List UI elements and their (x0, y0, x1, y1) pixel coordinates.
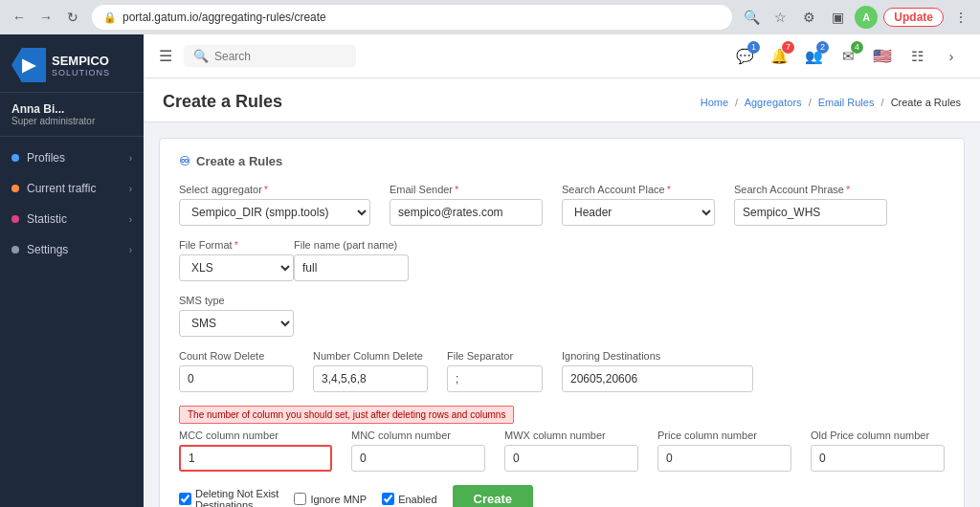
flag-icon-btn[interactable]: 🇺🇸 (869, 43, 896, 70)
sidebar-user-name: Anna Bi... (11, 102, 132, 116)
topbar-more-btn[interactable]: › (938, 43, 965, 70)
account-phrase-input[interactable] (734, 199, 887, 226)
logo-sub: SOLUTIONS (52, 68, 110, 77)
extensions-btn[interactable]: ⚙ (797, 6, 820, 29)
aggregator-label: Select aggregator* (179, 184, 370, 195)
account-phrase-label: Search Account Phrase* (734, 184, 887, 195)
form-group-account-phrase: Search Account Phrase* (734, 184, 887, 226)
sidebar-item-profiles[interactable]: Profiles › (0, 143, 144, 173)
enabled-label[interactable]: Enabled (382, 493, 436, 505)
forward-button[interactable]: → (34, 6, 57, 29)
form-row-5: MCC column number MNC column number MWX … (179, 430, 945, 472)
account-place-select[interactable]: Header (562, 199, 715, 226)
form-row-4: Count Row Delete Number Column Delete Fi… (179, 350, 945, 392)
breadcrumb-current: Create a Rules (891, 97, 961, 108)
browser-actions: 🔍 ☆ ⚙ ▣ A Update ⋮ (740, 6, 972, 29)
notify-icon-btn[interactable]: ✉ 4 (835, 43, 861, 70)
address-bar[interactable]: 🔒 portal.gatum.io/aggregating-rules/crea… (92, 5, 732, 30)
deleting-not-exist-label[interactable]: Deleting Not Exist Destinations (179, 488, 278, 508)
back-button[interactable]: ← (8, 6, 31, 29)
deleting-not-exist-checkbox[interactable] (179, 493, 191, 505)
form-row-2: File Format* XLS File name (part name) (179, 239, 945, 281)
main-content: Create a Rules Home / Aggregators / Emai… (144, 78, 980, 507)
users-icon-btn[interactable]: 👥 2 (800, 43, 827, 70)
right-side: ☰ 🔍 💬 1 🔔 7 👥 2 ✉ (144, 34, 980, 507)
topbar: ☰ 🔍 💬 1 🔔 7 👥 2 ✉ (144, 34, 980, 78)
create-button[interactable]: Create (453, 485, 533, 507)
form-row-3: SMS type SMS (179, 295, 945, 337)
search-browser-btn[interactable]: 🔍 (740, 6, 763, 29)
checkbox-row: Deleting Not Exist Destinations Ignore M… (179, 485, 945, 507)
form-group-file-name: File name (part name) (294, 239, 409, 281)
grid-icon-btn[interactable]: ☷ (903, 43, 930, 70)
form-group-account-place: Search Account Place* Header (562, 184, 715, 226)
user-avatar[interactable]: A (855, 6, 878, 29)
error-hint: The number of column you should set, jus… (179, 406, 945, 430)
email-input[interactable] (390, 199, 543, 226)
sidebar-item-label: Settings (27, 243, 68, 256)
sidebar-item-current-traffic[interactable]: Current traffic › (0, 173, 144, 204)
sms-type-select[interactable]: SMS (179, 310, 294, 337)
mcc-input[interactable] (179, 445, 332, 472)
page-title: Create a Rules (163, 92, 282, 112)
settings-dot (11, 246, 19, 254)
mwx-label: MWX column number (504, 430, 638, 441)
form-card-title: ♾ Create a Rules (179, 154, 945, 168)
sidebar-item-statistic[interactable]: Statistic › (0, 204, 144, 234)
form-row-1: Select aggregator* Sempico_DIR (smpp.too… (179, 184, 945, 226)
form-group-mcc: MCC column number (179, 430, 332, 472)
ignore-mnp-label[interactable]: Ignore MNP (294, 493, 367, 505)
chevron-icon: › (129, 245, 132, 255)
aggregator-select[interactable]: Sempico_DIR (smpp.tools) (179, 199, 370, 226)
search-bar[interactable]: 🔍 (184, 45, 356, 67)
topbar-icons: 💬 1 🔔 7 👥 2 ✉ 4 🇺🇸 ☷ › (731, 43, 965, 70)
reload-button[interactable]: ↻ (61, 6, 84, 29)
notify-badge: 4 (851, 41, 863, 54)
hamburger-icon[interactable]: ☰ (159, 47, 172, 65)
breadcrumb-aggregators[interactable]: Aggregators (745, 97, 802, 108)
price-input[interactable] (657, 445, 791, 472)
logo-text: SEMPICO (52, 54, 110, 68)
mcc-label: MCC column number (179, 430, 332, 441)
search-icon: 🔍 (193, 49, 209, 63)
breadcrumb-email-rules[interactable]: Email Rules (818, 97, 875, 108)
mnc-label: MNC column number (351, 430, 485, 441)
number-col-input[interactable] (313, 365, 428, 392)
file-name-input[interactable] (294, 254, 409, 281)
more-btn[interactable]: ⋮ (949, 6, 972, 29)
form-group-count-row: Count Row Delete (179, 350, 294, 392)
mnc-input[interactable] (351, 445, 485, 472)
mwx-input[interactable] (504, 445, 638, 472)
alert-badge: 7 (782, 41, 794, 54)
chevron-icon: › (129, 153, 132, 164)
old-price-input[interactable] (811, 445, 945, 472)
traffic-dot (11, 185, 19, 192)
form-group-price: Price column number (657, 430, 791, 472)
form-group-number-col: Number Column Delete (313, 350, 428, 392)
form-group-mwx: MWX column number (504, 430, 638, 472)
sidebar-item-label: Current traffic (27, 182, 96, 195)
search-input[interactable] (214, 50, 329, 63)
count-row-input[interactable] (179, 365, 294, 392)
update-button[interactable]: Update (883, 8, 944, 27)
users-badge: 2 (816, 41, 829, 54)
breadcrumb-home[interactable]: Home (701, 97, 728, 108)
sidebar-item-settings[interactable]: Settings › (0, 234, 144, 265)
file-sep-input[interactable] (447, 365, 543, 392)
card-icon: ♾ (179, 154, 190, 168)
form-group-file-sep: File Separator (447, 350, 543, 392)
app: ▶ SEMPICO SOLUTIONS Anna Bi... Super adm… (0, 34, 980, 507)
profiles-dot (11, 154, 19, 162)
bookmark-btn[interactable]: ☆ (768, 6, 791, 29)
form-card: ♾ Create a Rules Select aggregator* Semp… (159, 138, 965, 507)
file-format-select[interactable]: XLS (179, 254, 294, 281)
url-text: portal.gatum.io/aggregating-rules/create (122, 11, 326, 24)
alert-icon-btn[interactable]: 🔔 7 (766, 43, 792, 70)
sidebar-user-role: Super administrator (11, 116, 132, 126)
chat-icon-btn[interactable]: 💬 1 (731, 43, 758, 70)
enabled-checkbox[interactable] (382, 493, 394, 505)
ignore-mnp-group: Ignore MNP (294, 493, 367, 505)
tablet-btn[interactable]: ▣ (826, 6, 849, 29)
ignore-mnp-checkbox[interactable] (294, 493, 306, 505)
ignoring-input[interactable] (562, 365, 753, 392)
